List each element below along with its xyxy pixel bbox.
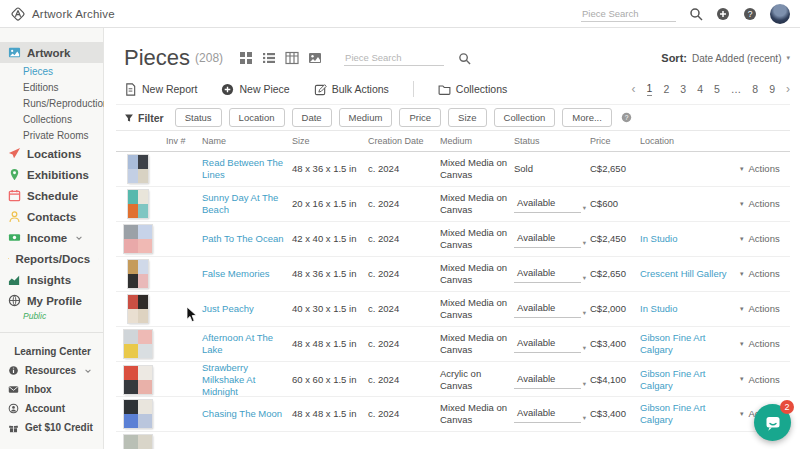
pagination-page-2[interactable]: 2 [663, 83, 669, 95]
pagination-prev[interactable]: ‹ [632, 82, 636, 96]
actions-label: Actions [749, 374, 780, 386]
piece-name-link[interactable]: Afternoon At The Lake [202, 332, 273, 355]
piece-name-link[interactable]: Sunny Day At The Beach [202, 192, 278, 215]
collections-button[interactable]: Collections [438, 83, 507, 96]
filter-chip-location[interactable]: Location [229, 108, 285, 127]
sidebar-item-schedule[interactable]: Schedule [0, 185, 103, 206]
sidebar-item-private-rooms[interactable]: Private Rooms [0, 127, 103, 143]
location-link[interactable]: Gibson Fine Art Calgary [640, 332, 705, 355]
filter-chip-status[interactable]: Status [175, 108, 222, 127]
pagination-page-8[interactable]: 8 [752, 83, 758, 95]
artwork-thumbnail[interactable] [124, 400, 152, 428]
chat-widget-button[interactable]: 2 [754, 404, 791, 441]
artwork-thumbnail[interactable] [128, 190, 148, 218]
piece-name-link[interactable]: False Memories [202, 268, 270, 279]
table-view-icon[interactable] [285, 51, 299, 65]
search-icon[interactable] [689, 7, 703, 21]
sidebar-item-collections[interactable]: Collections [0, 111, 103, 127]
location-link[interactable]: In Studio [640, 233, 678, 244]
pagination-page-3[interactable]: 3 [680, 83, 686, 95]
filter-help-icon[interactable]: ? [621, 112, 632, 123]
new-report-button[interactable]: New Report [124, 83, 197, 96]
filter-chip-collection[interactable]: Collection [494, 108, 556, 127]
sidebar-item-learning-center[interactable]: Learning Center [0, 342, 103, 361]
list-view-icon[interactable] [262, 51, 276, 65]
sidebar-item-runs-reproductions[interactable]: Runs/Reproductions [0, 95, 103, 111]
sidebar-item-exhibitions[interactable]: Exhibitions [0, 164, 103, 185]
bulk-actions-button[interactable]: Bulk Actions [314, 83, 389, 96]
user-avatar[interactable] [770, 4, 790, 24]
status-value: Available [514, 371, 581, 389]
name-cell: Sunny Day At The Beach [202, 192, 292, 216]
piece-name-link[interactable]: Read Between The Lines [202, 157, 283, 180]
filter-toggle[interactable]: Filter [124, 112, 164, 124]
pagination-page-1[interactable]: 1 [647, 82, 653, 96]
sidebar-item-income[interactable]: Income [0, 227, 103, 248]
location-link[interactable]: Crescent Hill Gallery [640, 268, 727, 279]
status-dropdown[interactable]: Available▾ [514, 335, 586, 353]
global-piece-search-input[interactable] [581, 6, 676, 22]
status-dropdown[interactable]: Available▾ [514, 371, 586, 389]
sidebar-item-resources[interactable]: Resources [0, 361, 103, 380]
artwork-thumbnail[interactable] [128, 260, 148, 288]
filter-chip-size[interactable]: Size [448, 108, 486, 127]
filter-chip-price[interactable]: Price [399, 108, 441, 127]
chevron-down-icon [75, 234, 83, 242]
status-dropdown[interactable]: Available▾ [514, 195, 586, 213]
sidebar-item-inbox[interactable]: Inbox [0, 380, 103, 399]
row-actions-button[interactable]: ▾Actions [740, 338, 790, 350]
location-cell: Gibson Fine Art Calgary [640, 402, 740, 426]
row-actions-button[interactable]: ▾Actions [740, 198, 790, 210]
location-link[interactable]: Gibson Fine Art Calgary [640, 368, 705, 391]
sidebar-item-my-profile[interactable]: My Profile [0, 290, 103, 311]
artwork-thumbnail[interactable] [124, 225, 152, 253]
sidebar-item-account[interactable]: Account [0, 399, 103, 418]
piece-name-link[interactable]: Strawberry Milkshake At Midnight [202, 362, 255, 397]
sidebar-item-contacts[interactable]: Contacts [0, 206, 103, 227]
pagination-page-4[interactable]: 4 [697, 83, 703, 95]
filter-chip-medium[interactable]: Medium [339, 108, 393, 127]
status-dropdown[interactable]: Available▾ [514, 265, 586, 283]
sidebar-item-reports-docs[interactable]: Reports/Docs [0, 248, 103, 269]
search-icon[interactable] [458, 52, 471, 65]
location-link[interactable]: In Studio [640, 303, 678, 314]
row-actions-button[interactable]: ▾Actions [740, 374, 790, 386]
row-actions-button[interactable]: ▾Actions [740, 163, 790, 175]
sort-value[interactable]: Date Added (recent) [692, 53, 782, 64]
app-logo[interactable]: Artwork Archive [10, 6, 115, 22]
sidebar-item-artwork[interactable]: Artwork [0, 42, 103, 63]
location-link[interactable]: Gibson Fine Art Calgary [640, 402, 705, 425]
new-piece-button[interactable]: New Piece [221, 83, 289, 96]
sort-control[interactable]: Sort: Date Added (recent) ▾ [661, 52, 790, 64]
status-dropdown[interactable]: Available▾ [514, 230, 586, 248]
artwork-thumbnail[interactable] [124, 435, 152, 449]
row-actions-button[interactable]: ▾Actions [740, 233, 790, 245]
sidebar-item-editions[interactable]: Editions [0, 79, 103, 95]
piece-name-link[interactable]: Path To The Ocean [202, 233, 284, 244]
filter-chip-date[interactable]: Date [292, 108, 332, 127]
piece-name-link[interactable]: Chasing The Moon [202, 408, 282, 419]
sidebar-item-insights[interactable]: Insights [0, 269, 103, 290]
status-value: Available [514, 265, 581, 283]
status-dropdown[interactable]: Available▾ [514, 405, 586, 423]
filter-chip-more-[interactable]: More... [562, 108, 612, 127]
imageview-view-icon[interactable] [308, 51, 322, 65]
pagination-next[interactable]: › [786, 82, 790, 96]
artwork-thumbnail[interactable] [124, 330, 152, 358]
pagination-page-9[interactable]: 9 [769, 83, 775, 95]
artwork-thumbnail[interactable] [124, 366, 152, 394]
add-circle-icon[interactable] [716, 7, 730, 21]
sidebar-item-get-10-credit[interactable]: Get $10 Credit [0, 418, 103, 437]
sidebar-item-pieces[interactable]: Pieces [0, 63, 103, 79]
help-icon[interactable]: ? [743, 7, 757, 21]
sidebar-item-locations[interactable]: Locations [0, 143, 103, 164]
status-dropdown[interactable]: Available▾ [514, 300, 586, 318]
row-actions-button[interactable]: ▾Actions [740, 303, 790, 315]
artwork-thumbnail[interactable] [128, 155, 148, 183]
pagination-page-5[interactable]: 5 [714, 83, 720, 95]
piece-name-link[interactable]: Just Peachy [202, 303, 254, 314]
piece-search-input[interactable] [344, 50, 444, 66]
row-actions-button[interactable]: ▾Actions [740, 268, 790, 280]
artwork-thumbnail[interactable] [128, 295, 148, 323]
grid-view-icon[interactable] [239, 51, 253, 65]
